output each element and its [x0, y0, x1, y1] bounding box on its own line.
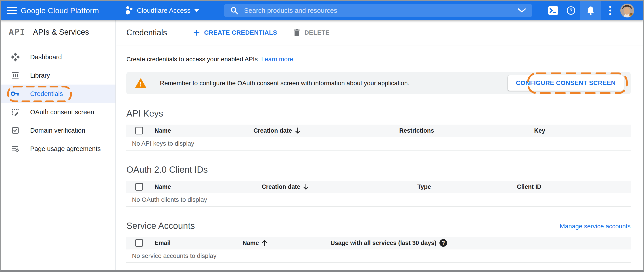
content-area: Create credentials to access your enable…: [116, 55, 643, 270]
library-icon: [10, 70, 20, 80]
select-all-checkbox[interactable]: [135, 239, 143, 247]
sidebar-item-credentials[interactable]: Credentials: [1, 85, 116, 103]
column-header-creation-date[interactable]: Creation date: [262, 183, 417, 190]
manage-service-accounts-link[interactable]: Manage service accounts: [560, 223, 630, 231]
kebab-menu-icon: [609, 6, 612, 15]
arrow-down-icon: [303, 183, 309, 190]
column-header-name[interactable]: Name: [242, 240, 330, 246]
sidebar-item-dashboard[interactable]: Dashboard: [1, 48, 116, 66]
plus-icon: [193, 29, 200, 36]
page-title: Credentials: [126, 28, 167, 37]
main-content: Credentials CREATE CREDENTIALS DELETE Cr…: [116, 20, 643, 270]
banner-message: Remember to configure the OAuth consent …: [160, 80, 410, 87]
svg-text:?: ?: [570, 8, 572, 14]
hamburger-icon: [7, 7, 17, 14]
oauth-clients-title: OAuth 2.0 Client IDs: [126, 164, 630, 175]
gcp-console-window: Google Cloud Platform Cloudflare Access: [0, 0, 644, 272]
api-keys-empty-row: No API keys to display: [126, 137, 630, 151]
service-accounts-table: Email Name Usage with all services (last…: [126, 237, 630, 263]
service-accounts-section: Service Accounts Manage service accounts…: [126, 221, 630, 263]
page-agreements-icon: [10, 144, 20, 154]
search-input[interactable]: [244, 7, 518, 14]
sidebar-item-library[interactable]: Library: [1, 66, 116, 85]
sidebar-item-label: Dashboard: [30, 53, 62, 61]
column-header-creation-date[interactable]: Creation date: [254, 127, 399, 134]
configure-consent-screen-button[interactable]: CONFIGURE CONSENT SCREEN: [508, 75, 624, 91]
search-icon: [230, 7, 238, 15]
header-actions: ?: [544, 1, 635, 20]
help-button[interactable]: ?: [562, 1, 580, 20]
sidebar-item-label: Domain verification: [30, 127, 85, 134]
sidebar-title: APIs & Services: [33, 28, 89, 37]
select-all-checkbox[interactable]: [135, 183, 143, 191]
warning-triangle-icon: [135, 78, 146, 88]
column-header-usage[interactable]: Usage with all services (last 30 days) ?: [330, 239, 630, 247]
sidebar: API APIs & Services Dashboard: [1, 20, 116, 270]
project-name: Cloudflare Access: [137, 7, 190, 14]
top-app-bar: Google Cloud Platform Cloudflare Access: [1, 1, 643, 20]
arrow-up-icon: [262, 240, 268, 246]
search-bar[interactable]: [224, 4, 532, 17]
column-header-type[interactable]: Type: [417, 183, 517, 190]
column-header-restrictions[interactable]: Restrictions: [399, 127, 534, 134]
api-keys-section: API Keys Name Creation date: [126, 108, 630, 151]
apis-services-logo: API: [9, 27, 26, 37]
create-credentials-label: CREATE CREDENTIALS: [204, 29, 277, 36]
project-hexagons-icon: [125, 5, 133, 16]
page-toolbar: Credentials CREATE CREDENTIALS DELETE: [116, 20, 643, 45]
api-keys-table-header: Name Creation date Restrictions Key: [126, 124, 630, 137]
project-selector[interactable]: Cloudflare Access: [125, 1, 200, 20]
consent-warning-banner: Remember to configure the OAuth consent …: [126, 72, 630, 94]
service-accounts-table-header: Email Name Usage with all services (last…: [126, 237, 630, 249]
avatar-image: [620, 4, 634, 18]
bell-icon: [586, 6, 595, 15]
dropdown-arrow-icon: [194, 9, 200, 12]
column-header-name[interactable]: Name: [154, 127, 254, 134]
menu-button[interactable]: [4, 1, 20, 20]
sidebar-item-label: Credentials: [30, 90, 63, 97]
column-header-client-id[interactable]: Client ID: [517, 183, 630, 190]
oauth-clients-table-header: Name Creation date Type Client ID: [126, 181, 630, 193]
cloud-shell-icon: [548, 6, 558, 15]
sidebar-item-oauth-consent-screen[interactable]: OAuth consent screen: [1, 103, 116, 121]
consent-screen-icon: [10, 107, 20, 117]
oauth-clients-section: OAuth 2.0 Client IDs Name Creation date: [126, 164, 630, 207]
service-accounts-title: Service Accounts: [126, 221, 195, 231]
column-header-key[interactable]: Key: [534, 127, 630, 134]
sidebar-item-label: Library: [30, 72, 50, 79]
question-mark-icon[interactable]: ?: [440, 239, 447, 247]
product-logo[interactable]: Google Cloud Platform: [21, 1, 99, 20]
service-accounts-empty-row: No service accounts to display: [126, 249, 630, 263]
sidebar-item-label: OAuth consent screen: [30, 108, 94, 116]
column-header-name[interactable]: Name: [154, 183, 262, 190]
sidebar-item-page-usage-agreements[interactable]: Page usage agreements: [1, 140, 116, 158]
trash-icon: [293, 28, 300, 37]
sidebar-nav: Dashboard Library: [1, 44, 116, 158]
select-all-checkbox[interactable]: [135, 127, 143, 134]
sidebar-header: API APIs & Services: [1, 20, 116, 44]
more-options-button[interactable]: [601, 1, 619, 20]
search-expand-chevron-icon[interactable]: [518, 8, 526, 13]
create-credentials-button[interactable]: CREATE CREDENTIALS: [193, 29, 277, 36]
intro-text: Create credentials to access your enable…: [126, 56, 260, 63]
delete-label: DELETE: [304, 29, 330, 36]
account-avatar[interactable]: [619, 1, 635, 20]
help-icon: ?: [566, 6, 576, 15]
dashboard-icon: [10, 52, 20, 62]
notifications-button[interactable]: [580, 1, 601, 20]
arrow-down-icon: [295, 127, 300, 134]
oauth-clients-table: Name Creation date Type Client ID: [126, 181, 630, 207]
cloud-shell-button[interactable]: [544, 1, 562, 20]
column-header-email[interactable]: Email: [154, 240, 242, 246]
learn-more-link[interactable]: Learn more: [261, 56, 293, 63]
sidebar-item-label: Page usage agreements: [30, 145, 101, 153]
api-keys-title: API Keys: [126, 108, 630, 118]
sidebar-item-domain-verification[interactable]: Domain verification: [1, 121, 116, 140]
domain-verification-icon: [10, 125, 20, 135]
delete-button[interactable]: DELETE: [293, 28, 330, 37]
oauth-clients-empty-row: No OAuth clients to display: [126, 193, 630, 207]
api-keys-table: Name Creation date Restrictions Key: [126, 124, 630, 151]
key-icon: [10, 89, 20, 99]
intro-line: Create credentials to access your enable…: [126, 55, 630, 64]
